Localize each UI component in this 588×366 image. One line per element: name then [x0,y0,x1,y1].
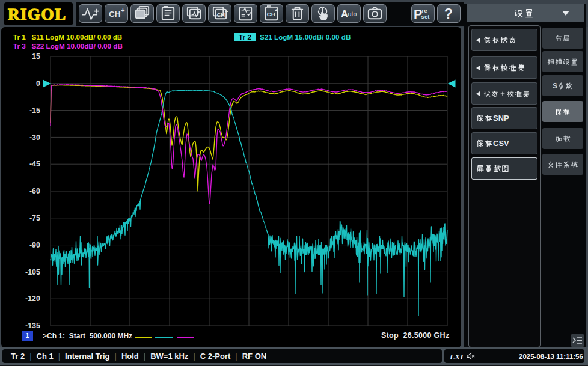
svg-text:-75: -75 [29,214,40,222]
svg-text:-30: -30 [29,133,40,142]
svg-text:-105: -105 [25,268,40,276]
svg-text:-90: -90 [29,241,40,249]
svg-text:-135: -135 [25,322,40,330]
svg-text:-45: -45 [29,160,40,168]
svg-text:0: 0 [36,79,40,88]
svg-text:-15: -15 [29,106,40,115]
svg-text:-120: -120 [25,294,40,303]
svg-text:-60: -60 [29,187,40,195]
svg-text:15: 15 [32,52,40,61]
